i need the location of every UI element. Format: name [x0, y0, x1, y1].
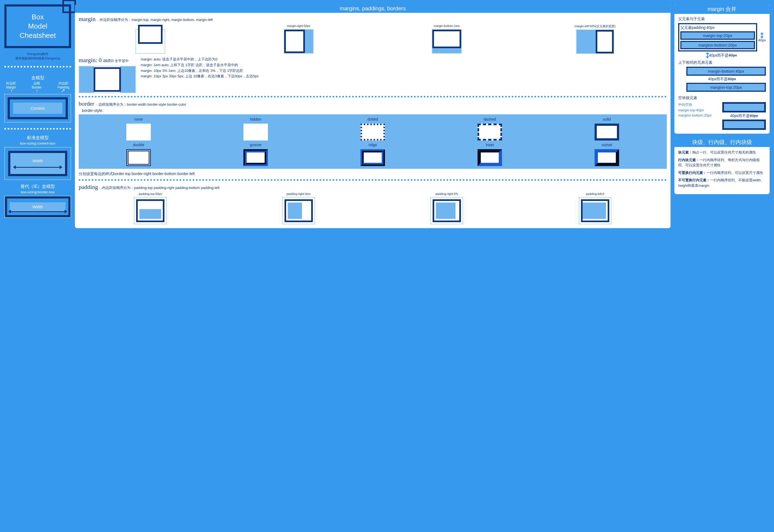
child-margin-top: margin-top:20px	[680, 31, 755, 40]
parent-padding-label: 父元素padding:40px	[680, 25, 755, 30]
border-swatch-hidden	[243, 124, 268, 140]
parent-child-heading: 父元素与子元素	[678, 17, 766, 22]
parent-box: 父元素padding:40px margin-top:20px marginn-…	[678, 23, 757, 51]
border-swatch-ridge	[360, 149, 385, 166]
alt-sub: box-sizing:border-box	[4, 190, 71, 194]
child-margin-bottom: marginn-bottom:20px	[680, 41, 755, 49]
credit-line: 教学视频请BiliBili搜索Zhengyaing	[4, 56, 71, 60]
empty-block-top	[722, 102, 766, 112]
auto-diagram	[79, 66, 136, 93]
title-line: Box	[9, 13, 67, 22]
padding-example: padding-top:50px	[79, 192, 222, 224]
empty-mt: margin-top:40px	[678, 108, 720, 113]
boxmodel-heading: 盒模型	[4, 75, 71, 81]
style-name: ridge	[316, 143, 430, 147]
credits: Zhengyaing制作 教学视频请BiliBili搜索Zhengyaing	[4, 52, 71, 60]
example-caption: padding-top:50px	[79, 192, 222, 196]
auto-line: margin: 1em auto; 上和下边 1字距 边距，该盒子是水平居中的	[141, 62, 667, 68]
right-column: margin 合并 父元素与子元素 父元素padding:40px margin…	[674, 4, 770, 228]
decorative-square-icon	[62, 0, 76, 13]
arrow-up-icon: ↑	[10, 89, 13, 92]
example-caption: margin-right:50px	[227, 24, 371, 28]
arrow-up-icon: ↗	[61, 89, 65, 92]
auto-examples: margin: auto; 该盒子是水平居中的，上下边距为0 margin: 1…	[141, 57, 667, 79]
margin-desc: · ·外边距按顺序分为：margin-top, margin-right, ma…	[97, 18, 213, 22]
title-box: Box Model Cheatsheet	[4, 4, 71, 48]
auto-sub: 水平居中	[115, 59, 129, 63]
alt-heading: 替代（IE）盒模型	[4, 184, 71, 189]
example-caption: margin-bottom:1em	[375, 24, 519, 28]
padding-example: padding-right:5%	[375, 192, 519, 224]
margin-title: margin	[79, 16, 96, 22]
style-name: dotted	[316, 117, 430, 121]
style-name: double	[81, 143, 196, 147]
margin-section: margin · ·外边距按顺序分为：margin-top, margin-ri…	[79, 16, 667, 54]
empty-result: 40px而不是60px	[722, 114, 766, 118]
siblings-heading: 上下相邻的兄弟元素	[678, 60, 766, 65]
credit-line: Zhengyaing制作	[4, 52, 71, 56]
collapse-result: 40px而不是60px	[678, 53, 766, 59]
cheatsheet-page: Box Model Cheatsheet Zhengyaing制作 教学视频请B…	[4, 4, 770, 228]
example-caption: padding-right:5%	[375, 192, 519, 196]
sibling-result: 40px而不是60px	[678, 77, 766, 82]
example-caption: margin-left:50%(父元素的宽度)	[524, 24, 667, 28]
separator	[79, 179, 667, 181]
title-line: Model	[9, 22, 67, 31]
border-layer: Content	[8, 97, 68, 119]
border-swatch-none	[126, 124, 151, 140]
border-swatch-inset	[478, 149, 502, 166]
auto-line: margin: 10px 3% 1em; 上边10像素，左和右 3%，下边 1字…	[141, 68, 667, 74]
def-term: 行内块元素：	[678, 158, 699, 162]
border-swatch-outset	[595, 149, 619, 166]
display-header: 块级、行内级、行内块级	[674, 137, 770, 147]
padding-example: padding-right:3em	[227, 192, 371, 224]
style-name: inset	[433, 143, 547, 147]
main-card: margins, paddings, borders margin · ·外边距…	[75, 4, 671, 228]
padding-desc: · ·内边距按顺序分为：padding-top padding-right pa…	[99, 186, 219, 190]
sibling-bottom: marginn-top:20px	[686, 83, 766, 92]
style-name: dashed	[433, 117, 547, 121]
measure-label: 40px	[758, 38, 766, 42]
auto-title: margin: 0 auto	[79, 57, 114, 63]
style-name: outset	[550, 143, 664, 147]
empty-block-bottom	[722, 120, 766, 130]
def-term: 块元素：	[678, 150, 692, 154]
style-name: solid	[550, 117, 664, 121]
def-term: 不可置换行内元素：	[678, 178, 710, 182]
content-layer: Content	[13, 103, 62, 114]
border-swatch-groove	[243, 149, 268, 166]
border-each-note: 分别设置每边的样式border-top border-right border-…	[79, 172, 667, 176]
empty-label: 中间空块	[678, 102, 720, 108]
border-swatch-double	[126, 149, 151, 166]
border-swatch-dashed	[478, 124, 502, 140]
separator	[4, 128, 71, 130]
border-swatch-solid	[595, 124, 619, 140]
boxmodel-diagram: Content	[4, 94, 71, 123]
padding-example: padding-left:0	[524, 192, 667, 224]
border-box-diagram: Width	[4, 196, 71, 218]
empty-block-row: 中间空块 margin-top:40px marginn-bottom:20px…	[678, 102, 766, 130]
example-caption: padding-right:3em	[227, 192, 371, 196]
title-line: Cheatsheet	[9, 31, 67, 40]
separator	[4, 66, 71, 68]
definitions: 块元素：独占一行、可以设置任何尺寸相关的属性 行内块元素：一行内顺序排列、堆积方…	[678, 150, 766, 188]
margin-example: margin-top:-50px	[79, 24, 222, 54]
arrows-row: ↑ ↑ ↗	[4, 89, 71, 92]
empty-heading: 空块级元素	[678, 96, 766, 100]
display-types-card: 块级、行内级、行内块级 块元素：独占一行、可以设置任何尺寸相关的属性 行内块元素…	[674, 137, 770, 194]
std-heading: 标准盒模型	[4, 135, 71, 141]
left-column: Box Model Cheatsheet Zhengyaing制作 教学视频请B…	[4, 4, 71, 228]
auto-line: margin: auto; 该盒子是水平居中的，上下边距为0	[141, 57, 667, 62]
mid-column: margins, paddings, borders margin · ·外边距…	[75, 4, 671, 228]
border-swatch-dotted	[360, 124, 385, 140]
auto-line: margin: 10px 3px 30px 5px; 上边 10像素，右边3像素…	[141, 74, 667, 79]
collapse-header: margin 合并	[674, 4, 770, 14]
border-section: border · ·边框按顺序分为：border-width border-st…	[79, 100, 667, 176]
empty-mb: marginn-bottom:20px	[678, 113, 720, 118]
style-name: none	[81, 117, 196, 121]
border-style-panel: none hidden dotted dashed solid double g…	[79, 114, 667, 169]
margin-auto-section: margin: 0 auto 水平居中 margin: auto; 该盒子是水平…	[79, 57, 667, 93]
border-title: border	[79, 100, 94, 107]
border-desc: · ·边框按顺序分为：border-width border-style bor…	[96, 102, 186, 106]
separator	[79, 96, 667, 97]
